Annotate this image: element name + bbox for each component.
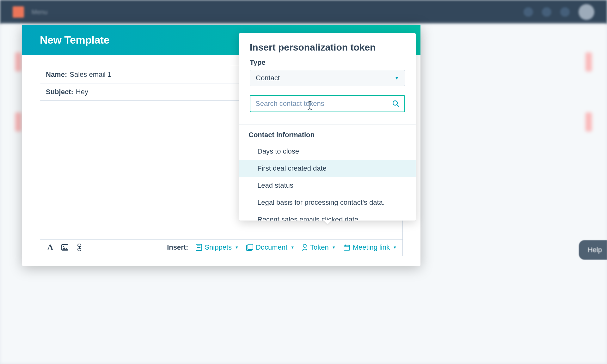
insert-document-label: Document — [256, 243, 287, 252]
search-icon — [392, 100, 399, 107]
text-style-icon[interactable]: A — [46, 243, 55, 252]
type-select-value: Contact — [256, 74, 280, 82]
token-search-field[interactable] — [250, 95, 405, 112]
help-button[interactable]: Help — [579, 240, 607, 260]
popover-title: Insert personalization token — [250, 42, 405, 53]
person-icon — [302, 244, 308, 251]
svg-line-17 — [397, 105, 399, 106]
insert-snippets-button[interactable]: Snippets ▼ — [196, 243, 239, 252]
subject-field-label: Subject: — [46, 88, 73, 96]
insert-image-icon[interactable] — [60, 243, 69, 252]
token-option[interactable]: Days to close — [239, 143, 416, 160]
type-select[interactable]: Contact ▼ — [250, 70, 405, 86]
insert-meeting-button[interactable]: Meeting link ▼ — [343, 243, 397, 252]
insert-snippets-label: Snippets — [205, 243, 232, 252]
modal-title: New Template — [40, 34, 109, 46]
caret-down-icon: ▼ — [235, 245, 239, 250]
insert-meeting-label: Meeting link — [353, 243, 390, 252]
insert-link-icon[interactable] — [75, 243, 84, 252]
token-option[interactable]: Recent sales emails clicked date — [239, 211, 416, 221]
caret-down-icon: ▼ — [393, 245, 397, 250]
token-option[interactable]: Lead status — [239, 177, 416, 194]
insert-token-label: Token — [310, 243, 329, 252]
svg-rect-10 — [248, 244, 253, 250]
nav-avatar — [579, 4, 594, 20]
caret-down-icon: ▼ — [332, 245, 336, 250]
insert-document-button[interactable]: Document ▼ — [246, 243, 294, 252]
document-icon — [246, 244, 253, 251]
caret-down-icon: ▼ — [291, 245, 294, 250]
svg-point-1 — [63, 246, 64, 247]
caret-down-icon: ▼ — [395, 76, 399, 81]
svg-rect-12 — [344, 245, 350, 250]
nav-notifications-icon — [542, 7, 551, 17]
app-nav-bar: Menu — [0, 0, 607, 24]
name-field-value[interactable]: Sales email 1 — [70, 70, 111, 79]
insert-label: Insert: — [167, 243, 188, 252]
insert-menu: Insert: Snippets ▼ Document ▼ Token ▼ — [167, 243, 397, 252]
token-option[interactable]: First deal created date — [239, 160, 416, 177]
token-list[interactable]: Days to closeFirst deal created dateLead… — [239, 143, 416, 221]
nav-settings-icon — [560, 7, 570, 17]
subject-field-value[interactable]: Hey — [76, 88, 88, 96]
format-group: A — [46, 243, 84, 252]
calendar-icon — [343, 244, 350, 251]
token-section-heading: Contact information — [239, 124, 416, 143]
token-search-input[interactable] — [255, 100, 392, 108]
token-option[interactable]: Legal basis for processing contact's dat… — [239, 194, 416, 211]
name-field-label: Name: — [46, 70, 67, 79]
snippets-icon — [196, 244, 202, 251]
insert-token-button[interactable]: Token ▼ — [302, 243, 336, 252]
editor-toolbar: A Insert: Snippets ▼ Document — [40, 239, 402, 256]
app-logo — [13, 6, 24, 18]
token-popover: Insert personalization token Type Contac… — [239, 33, 416, 221]
type-select-label: Type — [250, 58, 405, 67]
svg-point-11 — [303, 244, 306, 247]
nav-menu-text: Menu — [32, 9, 47, 16]
nav-search-icon — [524, 7, 533, 17]
